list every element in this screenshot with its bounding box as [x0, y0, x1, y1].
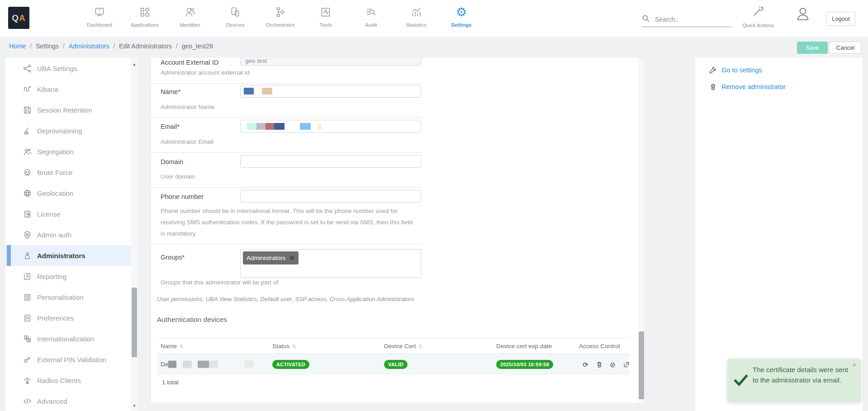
magic-wand-icon — [751, 12, 765, 19]
scroll-up-arrow[interactable]: ▲ — [131, 61, 138, 68]
sidebar-item-label: Session Retention — [37, 106, 92, 114]
block-icon[interactable]: ⊘ — [609, 361, 617, 368]
user-avatar-icon[interactable] — [794, 5, 811, 23]
nav-item-tools[interactable]: Tools — [303, 4, 348, 33]
breadcrumb-home[interactable]: Home — [9, 43, 26, 50]
quick-actions[interactable]: Quick Actions — [737, 5, 779, 28]
remove-administrator-label: Remove administrator — [721, 83, 786, 90]
account-external-id-input[interactable] — [240, 58, 421, 66]
cancel-button[interactable]: Cancel — [830, 42, 861, 54]
nav-item-audit[interactable]: Audit — [348, 4, 394, 33]
device-exp-date-cell: 2025/10/03 10:59:58 — [496, 360, 553, 369]
success-check-icon — [734, 373, 748, 387]
remove-chip-icon[interactable]: ✕ — [289, 254, 295, 262]
nav-item-applications[interactable]: Applications — [122, 4, 167, 33]
sidebar-item-reporting[interactable]: Reporting — [5, 266, 138, 287]
name-input[interactable] — [240, 85, 421, 98]
sidebar-item-preferences[interactable]: Preferences — [5, 307, 138, 328]
open-external-icon[interactable] — [622, 361, 630, 368]
email-label: Email* — [161, 123, 180, 130]
domain-input[interactable] — [240, 155, 421, 168]
sidebar-item-label: Segregation — [37, 148, 74, 156]
go-to-settings-label: Go to settings — [721, 66, 762, 74]
sort-icon[interactable]: ⇅ — [292, 344, 296, 349]
sort-icon[interactable]: ⇅ — [418, 344, 422, 349]
sidebar-item-advanced[interactable]: Advanced — [5, 391, 138, 411]
redacted-device-name-block — [198, 361, 209, 368]
trash-icon[interactable] — [595, 361, 603, 368]
sidebar-item-geolocation[interactable]: Geolocation — [5, 183, 138, 203]
trash-icon — [709, 83, 717, 91]
divider — [152, 83, 422, 84]
sidebar-item-kibana[interactable]: Kibana — [5, 79, 138, 99]
column-header-name[interactable]: Name⇅ — [161, 343, 183, 350]
group-chip-administrators[interactable]: Administrators ✕ — [243, 251, 299, 265]
scroll-down-arrow[interactable]: ▼ — [131, 403, 138, 409]
nav-label: Statistics — [406, 22, 427, 28]
sidebar-scrollbar[interactable]: ▲ ▼ — [131, 58, 138, 411]
sidebar-item-segregation[interactable]: Segregation — [5, 141, 138, 162]
sidebar-item-uba-settings[interactable]: UBA Settings — [5, 58, 138, 79]
phone-number-input[interactable] — [240, 190, 421, 203]
app-logo[interactable]: QA — [8, 7, 29, 29]
account-external-id-label: Account External ID — [161, 59, 218, 66]
sidebar-item-label: Geolocation — [37, 189, 73, 197]
email-input[interactable] — [240, 120, 421, 132]
nav-item-settings[interactable]: ⚙ Settings — [439, 4, 484, 33]
save-button[interactable]: Save — [797, 42, 828, 54]
redacted-email-block — [256, 123, 266, 130]
device-status-cell: ACTIVATED — [272, 360, 309, 369]
go-to-settings-link[interactable]: Go to settings — [709, 66, 762, 74]
redacted-email-block — [274, 123, 285, 130]
breadcrumb-administrators[interactable]: Administrators — [69, 43, 109, 50]
nav-item-identities[interactable]: Identities — [167, 4, 213, 33]
gear-icon: ⚙ — [456, 4, 467, 21]
name-helper: Administrator Name — [161, 101, 214, 113]
redacted-name-block — [262, 88, 272, 94]
remove-administrator-link[interactable]: Remove administrator — [709, 83, 786, 91]
radius-icon — [23, 376, 32, 385]
nav-item-orchestrator[interactable]: Orchestrator — [258, 4, 303, 33]
user-permissions-note: User permissions: UBA View Statistics, D… — [157, 296, 414, 302]
sidebar-item-administrators[interactable]: Administrators — [5, 245, 138, 266]
column-header-exp-date: Device cert exp date — [496, 343, 552, 350]
sidebar-item-label: Admin auth — [37, 231, 71, 239]
nav-item-dashboard[interactable]: Dashboard — [77, 4, 122, 33]
sidebar-item-license[interactable]: License — [5, 203, 138, 224]
close-icon[interactable]: × — [853, 361, 856, 368]
column-header-access-control: Access Control — [579, 343, 620, 350]
logout-button[interactable]: Logout — [826, 12, 855, 26]
column-header-status[interactable]: Status⇅ — [272, 343, 296, 350]
sidebar-item-label: Administrators — [37, 252, 85, 260]
main-scrollbar-thumb[interactable] — [639, 331, 644, 399]
main-scrollbar[interactable] — [638, 58, 645, 403]
groups-helper: Groups that this administrator will be p… — [161, 277, 278, 288]
sort-icon[interactable]: ⇅ — [179, 344, 183, 349]
group-chip-label: Administrators — [247, 255, 285, 261]
device-table-row[interactable]: De ACTIVATED VALID 2025/10/03 10:59:58 ⟳… — [157, 354, 629, 375]
sidebar-scrollbar-thumb[interactable] — [132, 288, 137, 357]
sidebar-item-brute-force[interactable]: Brute Force — [5, 162, 138, 183]
sidebar-item-label: Internationalization — [37, 335, 94, 343]
sidebar-item-radius-clients[interactable]: Radius Clients — [5, 370, 138, 391]
redacted-email-block — [317, 123, 322, 130]
refresh-icon[interactable]: ⟳ — [582, 361, 589, 368]
sidebar-item-deprovisioning[interactable]: Deprovisioning — [5, 120, 138, 141]
global-search — [641, 12, 732, 27]
settings-sidebar: UBA Settings Kibana Session Retention De… — [5, 58, 138, 411]
sidebar-item-session-retention[interactable]: Session Retention — [5, 99, 138, 120]
sidebar-item-label: Reporting — [37, 273, 66, 280]
logo-letter-a: A — [19, 13, 26, 23]
sidebar-item-internationalization[interactable]: Internationalization — [5, 328, 138, 349]
sidebar-item-personalisation[interactable]: Personalisation — [5, 287, 138, 307]
nav-item-devices[interactable]: Devices — [213, 4, 258, 33]
account-external-id-helper: Administrator account external id — [161, 67, 250, 78]
sidebar-item-external-pin-validation[interactable]: External PIN Validation — [5, 349, 138, 370]
divider — [152, 117, 422, 118]
groups-input[interactable]: Administrators ✕ — [240, 249, 421, 278]
sidebar-item-admin-auth[interactable]: Admin auth — [5, 224, 138, 245]
nav-item-statistics[interactable]: Statistics — [394, 4, 439, 33]
search-input[interactable] — [655, 16, 727, 23]
column-header-device-cert[interactable]: Device Cert⇅ — [384, 343, 422, 350]
breadcrumb-bar: Home / Settings / Administrators / Edit … — [0, 38, 868, 56]
